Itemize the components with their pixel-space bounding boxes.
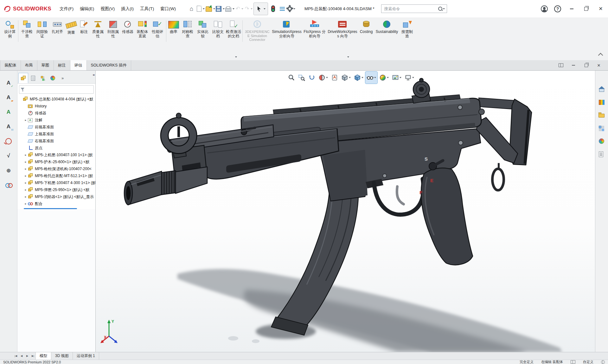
tool-hole-alignment[interactable]: 孔对齐: [50, 20, 65, 35]
doc-pane-button[interactable]: [556, 61, 566, 69]
expand-arrow-icon[interactable]: [24, 195, 28, 198]
group-flyout-chevron-icon[interactable]: [235, 56, 237, 58]
tree-item-top-plane[interactable]: 上视基准面: [17, 131, 95, 137]
note-button[interactable]: A: [3, 106, 15, 118]
save-button[interactable]: [216, 3, 225, 15]
tree-item-bolt-group[interactable]: MP5-枪栓|复进机构-100407-200<: [17, 165, 95, 172]
tab-assembly[interactable]: 装配体: [0, 60, 21, 70]
tree-item-history[interactable]: History: [17, 103, 95, 110]
next-tab-button[interactable]: ▶: [25, 353, 30, 359]
tool-driveworksxpress[interactable]: DriveWorksXpress 向导: [327, 20, 358, 39]
tool-interference-detection[interactable]: 干涉检查: [19, 20, 35, 39]
zoom-to-area-button[interactable]: [297, 72, 306, 84]
smart-fastener-button[interactable]: [3, 179, 15, 191]
doc-minimize-button[interactable]: [569, 61, 578, 69]
prev-tab-button[interactable]: ◀: [19, 353, 24, 359]
tab-model[interactable]: 模型: [35, 352, 51, 360]
edit-appearance-button[interactable]: [378, 72, 390, 84]
expand-arrow-icon[interactable]: [24, 153, 28, 156]
tool-measure[interactable]: 测量: [65, 20, 78, 35]
tree-root-assembly[interactable]: MP5-总装配-100408 4-004 (默认) <默: [17, 96, 95, 103]
select-tool-button[interactable]: [253, 3, 268, 15]
ribbon-collapse-icon[interactable]: [598, 53, 603, 58]
format-painter-button[interactable]: A▰: [3, 92, 15, 104]
new-document-button[interactable]: [196, 3, 205, 15]
annotation-views-button[interactable]: [330, 72, 339, 84]
status-globe-icon[interactable]: [601, 360, 605, 364]
expand-arrow-icon[interactable]: [24, 118, 28, 122]
expand-arrow-icon[interactable]: [24, 188, 28, 191]
previous-view-button[interactable]: [307, 72, 317, 84]
surface-finish-button[interactable]: √: [3, 150, 15, 162]
file-explorer-button[interactable]: [597, 111, 606, 119]
menu-insert[interactable]: 插入(I): [118, 3, 137, 14]
display-style-button[interactable]: [353, 72, 365, 84]
zoom-to-fit-button[interactable]: [287, 72, 296, 84]
tool-clearance-verification[interactable]: 间隙验证: [35, 20, 50, 39]
tree-item-origin[interactable]: 原点: [17, 144, 95, 151]
home-button[interactable]: ⌂: [187, 3, 196, 15]
tab-displaymanager[interactable]: [48, 73, 58, 83]
account-button[interactable]: [538, 3, 551, 15]
last-tab-button[interactable]: ▶|: [30, 353, 35, 359]
hide-show-items-button[interactable]: [365, 72, 377, 84]
display-settings-button[interactable]: [278, 3, 286, 15]
tree-item-lower-receiver[interactable]: MP5-下机匣-100407 4-300 1<1> (默: [17, 179, 95, 186]
apply-scene-button[interactable]: [391, 72, 403, 84]
tree-item-stock-assembly[interactable]: MP5-枪托总装配-MT-512.1<1> (默: [17, 172, 95, 179]
graphics-viewport[interactable]: S E F: [96, 71, 595, 352]
tool-section-properties[interactable]: 剖面属性: [106, 20, 121, 39]
tool-mass-properties[interactable]: 质量属性: [90, 20, 106, 39]
doc-restore-button[interactable]: [581, 61, 591, 69]
panel-tab-overflow[interactable]: »: [58, 73, 67, 83]
view-settings-button[interactable]: [403, 72, 415, 84]
undo-button[interactable]: ↶: [235, 3, 244, 15]
tree-item-sensors[interactable]: 传感器: [17, 110, 95, 117]
tool-sensor[interactable]: 传感器: [121, 20, 135, 35]
appearances-button[interactable]: [597, 137, 606, 145]
tree-item-handguard[interactable]: MP5-护木-25-600<1> (默认) <默: [17, 158, 95, 165]
tool-performance-evaluation[interactable]: 性能评估: [150, 20, 165, 39]
tree-item-mates[interactable]: 配合: [17, 200, 95, 207]
tab-sketch[interactable]: 草图: [37, 60, 54, 70]
tool-simulationxpress[interactable]: SimulationXpress 分析向导: [271, 20, 303, 39]
menu-tools[interactable]: 工具(T): [137, 3, 157, 14]
custom-properties-button[interactable]: [597, 150, 606, 158]
tool-curvature[interactable]: 曲率: [167, 20, 180, 35]
tool-compare-bodies[interactable]: 实体比较: [195, 20, 210, 39]
tool-on-demand-manufacturing[interactable]: 按需制造: [400, 20, 415, 39]
tool-sustainability[interactable]: Sustainability: [374, 20, 400, 35]
tree-item-upper-receiver[interactable]: MP5-上机匣-100407-100 1<1> (默: [17, 151, 95, 158]
menu-window[interactable]: 窗口(W): [157, 3, 179, 14]
resources-home-button[interactable]: [597, 85, 606, 93]
tab-3d-views[interactable]: 3D 视图: [51, 352, 73, 360]
view-palette-button[interactable]: [597, 124, 606, 132]
tab-configurationmanager[interactable]: [38, 73, 48, 83]
window-close-button[interactable]: ✕: [593, 3, 608, 15]
menu-edit[interactable]: 编辑(E): [77, 3, 97, 14]
filter-input[interactable]: [26, 87, 92, 92]
panel-splitter-handle[interactable]: ◂▸: [93, 73, 95, 76]
linear-note-pattern-button[interactable]: A∷: [3, 121, 15, 133]
doc-close-button[interactable]: ✕: [594, 61, 604, 69]
tool-floxpress[interactable]: FloXpress 分析向导: [303, 20, 327, 39]
expand-arrow-icon[interactable]: [24, 167, 28, 170]
status-customize[interactable]: 自定义: [583, 360, 593, 364]
menu-file[interactable]: 文件(F): [56, 3, 77, 14]
tab-propertymanager[interactable]: [28, 73, 38, 83]
tab-evaluate[interactable]: 评估: [70, 60, 87, 70]
window-minimize-button[interactable]: [564, 3, 579, 15]
help-button[interactable]: ?: [551, 3, 564, 15]
tree-item-flash-hider[interactable]: MP5-消焰器<1> (默认) <默认_显示: [17, 193, 95, 200]
expand-arrow-icon[interactable]: [24, 202, 28, 205]
expand-arrow-icon[interactable]: [24, 174, 28, 177]
tool-compare-documents[interactable]: 比较文档: [210, 20, 226, 39]
tab-markup[interactable]: 标注: [54, 60, 70, 70]
barrel-and-flash-hider[interactable]: [124, 167, 207, 205]
menu-view[interactable]: 视图(V): [97, 3, 118, 14]
tab-layout[interactable]: 布局: [21, 60, 37, 70]
buttstock[interactable]: [477, 98, 532, 190]
redo-button[interactable]: ↷: [244, 3, 253, 15]
tool-design-study[interactable]: 设计算例: [3, 20, 17, 39]
balloon-button[interactable]: [3, 135, 15, 147]
